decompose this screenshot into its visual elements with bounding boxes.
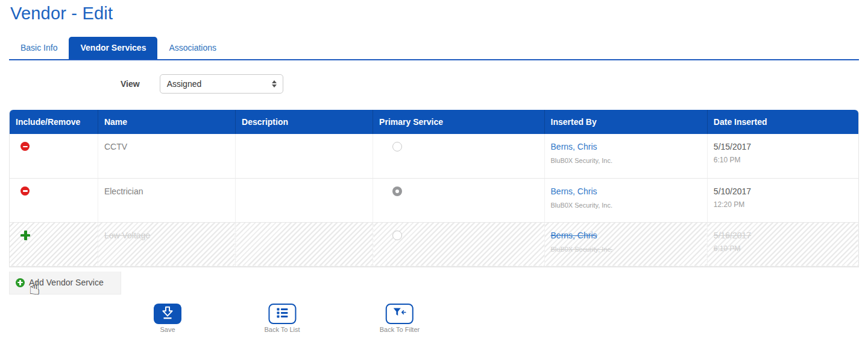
tab-vendor-services[interactable]: Vendor Services [69, 37, 157, 59]
table-row: Electrician Berns, Chris BluB0X Security… [10, 178, 858, 222]
inserted-by-company: BluB0X Security, Inc. [551, 202, 701, 209]
col-header-primary-service: Primary Service [373, 110, 544, 134]
tab-associations[interactable]: Associations [157, 37, 228, 59]
inserted-by-company: BluB0X Security, Inc. [551, 246, 701, 253]
save-download-icon [160, 305, 175, 323]
back-to-filter-button[interactable] [386, 304, 414, 324]
view-select[interactable]: Assigned [160, 74, 283, 94]
service-name: Low Voltage [104, 231, 150, 240]
col-header-include-remove: Include/Remove [10, 110, 98, 134]
col-header-inserted-by: Inserted By [544, 110, 707, 134]
view-filter-row: View Assigned [0, 74, 868, 94]
service-name: Electrician [104, 186, 143, 196]
col-header-date-inserted: Date Inserted [707, 110, 858, 134]
date-inserted: 5/16/2017 [714, 231, 852, 240]
remove-icon[interactable] [20, 186, 30, 196]
col-header-name: Name [98, 110, 235, 134]
service-name: CCTV [104, 142, 127, 151]
inserted-by-company: BluB0X Security, Inc. [551, 157, 701, 164]
primary-service-radio[interactable] [392, 186, 402, 196]
add-vendor-service-button[interactable]: Add Vendor Service [9, 272, 121, 295]
inserted-by-link[interactable]: Berns, Chris [551, 142, 701, 151]
footer-toolbar: Save Back To List [0, 304, 868, 340]
add-circle-icon [16, 278, 25, 287]
back-to-list-button[interactable] [268, 304, 296, 324]
view-selected-value: Assigned [167, 79, 202, 89]
vendor-services-table: Include/Remove Name Description Primary … [9, 110, 859, 267]
vendor-edit-page: Vendor - Edit Basic Info Vendor Services… [0, 0, 868, 344]
view-label: View [121, 79, 140, 89]
time-inserted: 12:20 PM [714, 200, 852, 209]
back-to-list-label: Back To List [264, 326, 300, 333]
time-inserted: 6:10 PM [714, 244, 852, 253]
time-inserted: 6:10 PM [714, 156, 852, 164]
table-row-pending-removal: Low Voltage Berns, Chris BluB0X Security… [10, 222, 858, 266]
date-inserted: 5/15/2017 [714, 142, 852, 151]
add-back-icon[interactable] [20, 231, 30, 240]
back-to-filter-label: Back To Filter [380, 326, 420, 333]
inserted-by-link[interactable]: Berns, Chris [551, 186, 701, 196]
save-button[interactable] [154, 304, 181, 324]
remove-icon[interactable] [20, 142, 30, 151]
tab-bar: Basic Info Vendor Services Associations [9, 37, 859, 60]
list-icon [275, 305, 289, 322]
table-row: CCTV Berns, Chris BluB0X Security, Inc. … [10, 134, 858, 178]
date-inserted: 5/10/2017 [714, 186, 852, 196]
save-button-label: Save [160, 326, 175, 333]
table-header-row: Include/Remove Name Description Primary … [10, 110, 858, 134]
col-header-description: Description [236, 110, 373, 134]
page-title: Vendor - Edit [10, 4, 868, 24]
primary-service-radio[interactable] [392, 231, 402, 240]
tab-basic-info[interactable]: Basic Info [9, 37, 69, 59]
add-vendor-service-label: Add Vendor Service [29, 278, 104, 287]
inserted-by-link[interactable]: Berns, Chris [551, 231, 701, 240]
filter-back-icon [392, 305, 407, 322]
select-stepper-icon [272, 80, 277, 88]
primary-service-radio[interactable] [392, 142, 402, 151]
